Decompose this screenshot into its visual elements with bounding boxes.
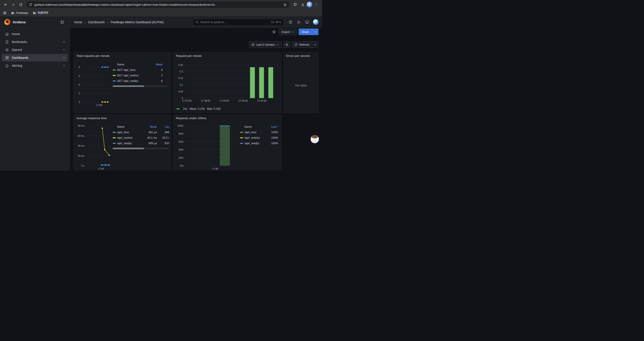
panel-legend: Name Last * /api/_livez 100% /api/_metri…	[240, 121, 280, 171]
svg-text:0.25: 0.25	[178, 64, 183, 66]
chevron-down-icon[interactable]	[62, 56, 66, 59]
address-bar[interactable]	[26, 1, 290, 8]
help-icon[interactable]	[287, 19, 294, 26]
browser-menu-icon[interactable]	[313, 1, 320, 8]
svg-text:5: 5	[79, 75, 80, 77]
series-name[interactable]: /api/_livez	[117, 131, 144, 134]
legend-scrollbar-thumb[interactable]	[113, 148, 144, 149]
series-name[interactable]: GET /api/_readyz	[117, 80, 150, 83]
share-button[interactable]: Share	[298, 29, 318, 35]
folder-icon	[11, 11, 14, 15]
svg-text:17:39:00: 17:39:00	[220, 99, 229, 102]
monitor-icon[interactable]	[304, 19, 310, 26]
bookmark-item-freeleaps[interactable]: Freeleaps	[11, 11, 28, 15]
url-input[interactable]	[34, 3, 281, 6]
series-swatch	[113, 70, 116, 71]
panel-title[interactable]: Errors per second	[284, 53, 318, 59]
floating-assistant-avatar[interactable]	[310, 135, 319, 143]
series-swatch	[240, 137, 243, 138]
back-icon[interactable]	[2, 1, 9, 8]
legend-col-last[interactable]: Las	[159, 125, 169, 128]
series-name[interactable]: /api/_readyz	[244, 142, 267, 145]
extensions-icon[interactable]	[292, 1, 299, 8]
series-name[interactable]: /api/_readyz	[117, 142, 144, 145]
chevron-down-icon[interactable]	[62, 48, 66, 51]
refresh-button[interactable]: Refresh	[292, 41, 312, 48]
series-name[interactable]: GET /api/_livez	[117, 69, 150, 72]
share-label[interactable]: Share	[298, 29, 312, 35]
legend-scrollbar	[113, 148, 169, 149]
dock-menu-icon[interactable]	[59, 19, 66, 26]
search-input[interactable]: Search or jump to... ⌘+k	[193, 19, 284, 26]
series-name[interactable]: /api/_metrics	[117, 136, 144, 139]
rss-icon[interactable]	[296, 19, 302, 26]
panel-title[interactable]: Requests under 100ms	[174, 115, 281, 121]
share-menu-chevron-icon[interactable]	[312, 29, 318, 35]
legend-col-name[interactable]: Name	[244, 125, 267, 128]
breadcrumb-home[interactable]: Home	[74, 21, 82, 24]
chevron-down-icon[interactable]	[62, 64, 66, 67]
total-requests-chart[interactable]: 6543217:40	[76, 59, 113, 111]
series-mean: 2	[150, 74, 163, 77]
svg-text:2: 2	[79, 101, 80, 103]
series-name[interactable]: 2xx	[183, 107, 187, 110]
browser-toolbar	[0, 0, 322, 9]
time-range-picker[interactable]: Last 5 minutes	[249, 41, 282, 48]
series-name[interactable]: GET /api/_metrics	[117, 74, 150, 77]
svg-text:6: 6	[79, 66, 80, 69]
bookmark-star-icon[interactable]	[283, 3, 287, 7]
profile-avatar[interactable]	[307, 2, 312, 8]
star-icon	[5, 48, 9, 52]
legend-col-mean[interactable]: Mean	[144, 125, 157, 128]
panel-title[interactable]: Request per minute	[174, 53, 281, 59]
panel-title[interactable]: Total requests per minute	[74, 53, 171, 59]
average-response-time-chart[interactable]: 80 ms60 ms40 ms20 ms0 s17:40	[76, 121, 113, 171]
site-settings-icon[interactable]	[29, 3, 32, 6]
refresh-interval-button[interactable]	[312, 41, 318, 48]
legend-col-mean[interactable]: Mean	[150, 63, 163, 66]
panel-request-per-minute: Request per minute 0.250.20.150.10.05017…	[173, 52, 282, 113]
legend-row: GET /api/_readyz 6	[113, 78, 169, 84]
panel-legend: 2xx Mean: 0.233 Max: 0.233	[175, 106, 280, 111]
reload-icon[interactable]	[17, 1, 24, 8]
sidebar-item-bookmarks[interactable]: Bookmarks	[2, 38, 68, 46]
apps-grid-icon[interactable]	[3, 11, 6, 15]
series-name[interactable]: /api/_metrics	[244, 136, 267, 139]
legend-col-last[interactable]: Last *	[267, 125, 278, 128]
series-name[interactable]: /api/_livez	[244, 131, 267, 134]
series-swatch	[113, 75, 116, 76]
legend-col-name[interactable]: Name	[117, 125, 144, 128]
chevron-down-icon[interactable]	[62, 40, 66, 44]
legend-row: /api/_metrics 100%	[240, 135, 280, 140]
sidebar-item-alerting[interactable]: Alerting	[2, 62, 68, 69]
legend-col-name[interactable]: Name	[117, 63, 150, 66]
requests-under-100ms-chart[interactable]: 100%80%60%40%20%0%17:40	[175, 121, 240, 171]
grafana-logo[interactable]	[4, 19, 10, 25]
user-avatar[interactable]	[313, 19, 318, 25]
sidebar-item-home[interactable]: Home	[2, 30, 68, 38]
svg-text:17:40: 17:40	[98, 167, 104, 170]
sidebar-item-label: Dashboards	[12, 56, 28, 60]
series-last: 20.5 r	[159, 136, 169, 139]
series-swatch	[176, 108, 180, 109]
breadcrumb-dashboards[interactable]: Dashboards	[88, 21, 105, 24]
sidebar-item-dashboards[interactable]: Dashboards	[2, 54, 68, 62]
bookmark-item-blog[interactable]: 收藏博客	[33, 11, 49, 15]
search-shortcut: ⌘+k	[276, 21, 281, 24]
export-button[interactable]: Export	[279, 29, 297, 35]
sidebar-item-starred[interactable]: Starred	[2, 46, 68, 54]
dashboard-actions: Export Share	[70, 28, 322, 36]
panel-title[interactable]: Average response time	[74, 115, 171, 121]
zoom-out-button[interactable]	[284, 41, 290, 48]
request-per-minute-chart[interactable]: 0.250.20.150.10.05017:37:0017:38:0017:39…	[175, 59, 280, 106]
legend-scrollbar-thumb[interactable]	[113, 85, 144, 87]
chevron-down-icon	[314, 43, 316, 46]
clock-icon	[252, 43, 255, 46]
forward-icon[interactable]	[10, 1, 17, 8]
favorite-star-icon[interactable]	[271, 29, 277, 35]
downloads-icon[interactable]	[299, 1, 306, 8]
svg-text:40%: 40%	[179, 148, 184, 151]
legend-row: /api/_livez 100%	[240, 129, 280, 135]
svg-text:17:40:00: 17:40:00	[238, 99, 248, 102]
export-label: Export	[282, 30, 290, 34]
